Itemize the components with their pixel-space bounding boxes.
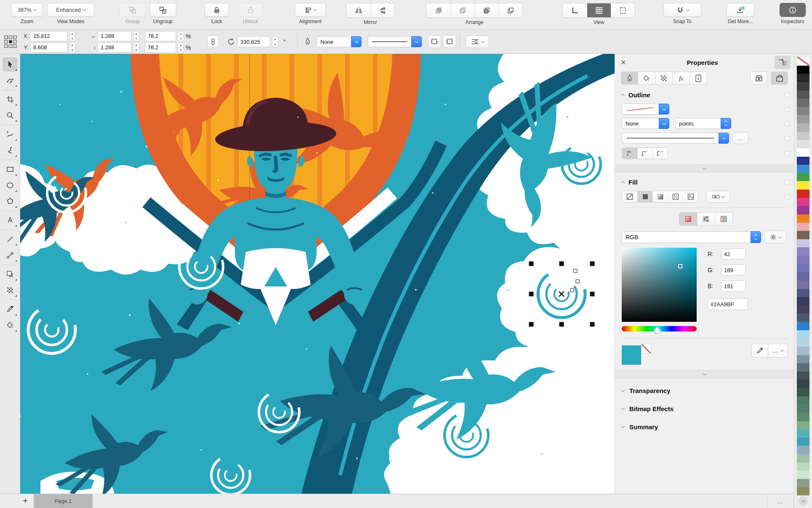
palette-swatch[interactable] (797, 107, 809, 115)
outline-settings-button[interactable]: ... (732, 132, 748, 144)
saturation-brightness-field[interactable] (622, 248, 697, 322)
scale-height-stepper[interactable]: ▴▾ (178, 43, 184, 53)
tab-fill[interactable] (638, 72, 655, 85)
color-marker[interactable] (678, 264, 682, 269)
height-input[interactable] (98, 43, 131, 53)
y-input[interactable] (30, 43, 67, 53)
scale-width-stepper[interactable]: ▴▾ (178, 31, 184, 41)
inspectors-button[interactable] (780, 3, 806, 17)
palette-swatch[interactable] (797, 214, 809, 223)
palette-swatch[interactable] (797, 173, 809, 182)
wrap-text-right-button[interactable] (443, 35, 456, 48)
snap-to-dropdown[interactable] (663, 3, 701, 17)
palette-swatch[interactable] (797, 140, 809, 148)
fill-more-dropdown[interactable]: ... (768, 344, 788, 358)
eyedropper-button[interactable] (751, 344, 768, 358)
anchor-point-selector-icon[interactable] (3, 35, 18, 49)
bitmap-effects-section-header[interactable]: Bitmap Effects (615, 400, 794, 418)
fill-texture-button[interactable] (683, 191, 698, 202)
drawing-canvas[interactable] (20, 54, 615, 494)
palette-swatch[interactable] (797, 454, 809, 463)
lock-button[interactable] (205, 3, 229, 17)
summary-section-header[interactable]: Summary (615, 418, 794, 436)
interactive-fill-tool[interactable] (3, 318, 18, 332)
fill-expand-bar[interactable] (615, 370, 794, 378)
palette-swatch[interactable] (797, 363, 809, 372)
palette-swatch[interactable] (797, 157, 809, 165)
rotation-input[interactable] (237, 36, 270, 47)
dropdown-button[interactable] (351, 36, 362, 47)
page-tab[interactable]: Page 1 (34, 494, 93, 508)
palette-swatch[interactable] (797, 289, 809, 297)
palette-swatch[interactable] (797, 297, 809, 305)
palette-swatch[interactable] (797, 66, 809, 74)
mirror-vertical-button[interactable] (370, 3, 394, 17)
width-stepper[interactable]: ▴▾ (133, 31, 139, 41)
outline-expand-bar[interactable] (615, 164, 794, 173)
palette-swatch[interactable] (797, 198, 809, 206)
palette-swatch[interactable] (797, 82, 809, 91)
row-checkbox[interactable] (785, 107, 790, 112)
color-sliders-tab[interactable] (697, 213, 715, 225)
y-stepper[interactable]: ▴▾ (69, 43, 75, 53)
palette-swatch[interactable] (797, 347, 809, 355)
import-style-button[interactable] (750, 72, 767, 85)
transparency-section-header[interactable]: Transparency (615, 382, 794, 400)
row-checkbox[interactable] (785, 151, 790, 156)
palette-swatch[interactable] (797, 355, 809, 364)
palette-swatch[interactable] (797, 446, 809, 454)
transparency-tool[interactable] (3, 283, 18, 297)
palette-swatch[interactable] (797, 330, 809, 339)
view-rulers-button[interactable] (563, 3, 587, 17)
palette-swatch[interactable] (797, 190, 809, 198)
palette-swatch[interactable] (797, 305, 809, 314)
zoom-tool[interactable] (3, 108, 18, 123)
objects-tree-button[interactable] (775, 56, 791, 69)
x-input[interactable] (30, 31, 67, 41)
dropdown-button[interactable] (659, 118, 669, 129)
to-back-button[interactable] (498, 3, 522, 17)
dropdown-button[interactable] (411, 36, 422, 47)
palette-swatch[interactable] (797, 404, 809, 413)
page-visibility-button[interactable] (771, 72, 788, 85)
to-front-button[interactable] (426, 3, 450, 17)
palette-swatch[interactable] (797, 322, 809, 330)
corner-bevel-button[interactable] (652, 148, 668, 159)
palette-swatch[interactable] (797, 256, 809, 264)
palette-swatch[interactable] (797, 429, 809, 438)
text-tool[interactable]: A (3, 213, 18, 227)
view-grid-button[interactable] (587, 3, 611, 17)
palette-scroll-down-button[interactable] (799, 497, 808, 505)
scale-height-input[interactable] (145, 43, 176, 53)
color-options-button[interactable] (764, 231, 786, 243)
palette-swatch[interactable] (797, 380, 809, 388)
palette-swatch[interactable] (797, 99, 809, 107)
tab-transparency[interactable] (655, 72, 673, 85)
palette-swatch[interactable] (797, 123, 809, 132)
lock-ratio-button[interactable] (207, 35, 219, 48)
palette-swatch[interactable] (797, 313, 809, 322)
view-modes-dropdown[interactable]: Enhanced (47, 3, 94, 17)
tab-effects[interactable]: fx (673, 72, 690, 85)
freehand-tool[interactable] (3, 127, 18, 142)
drop-shadow-tool[interactable] (3, 267, 18, 281)
stepper-button[interactable] (721, 118, 731, 129)
row-checkbox[interactable] (785, 121, 790, 126)
get-more-button[interactable] (727, 3, 754, 17)
palette-swatch[interactable] (797, 165, 809, 173)
row-checkbox[interactable] (785, 195, 790, 199)
current-fill-swatch[interactable] (622, 345, 641, 365)
stepper-button[interactable] (751, 231, 761, 243)
palette-swatch[interactable] (797, 413, 809, 421)
palette-swatch[interactable] (797, 463, 809, 471)
shape-tool[interactable] (3, 73, 18, 88)
unlock-button[interactable] (238, 3, 263, 17)
palette-swatch[interactable] (797, 438, 809, 446)
g-input[interactable] (721, 265, 745, 275)
b-input[interactable] (721, 281, 745, 291)
outline-line-style-dropdown[interactable] (622, 133, 729, 144)
color-eyedropper-tool[interactable] (3, 302, 18, 316)
wrap-text-left-button[interactable] (428, 35, 441, 48)
section-checkbox[interactable] (785, 93, 790, 97)
palette-swatch[interactable] (797, 148, 809, 157)
